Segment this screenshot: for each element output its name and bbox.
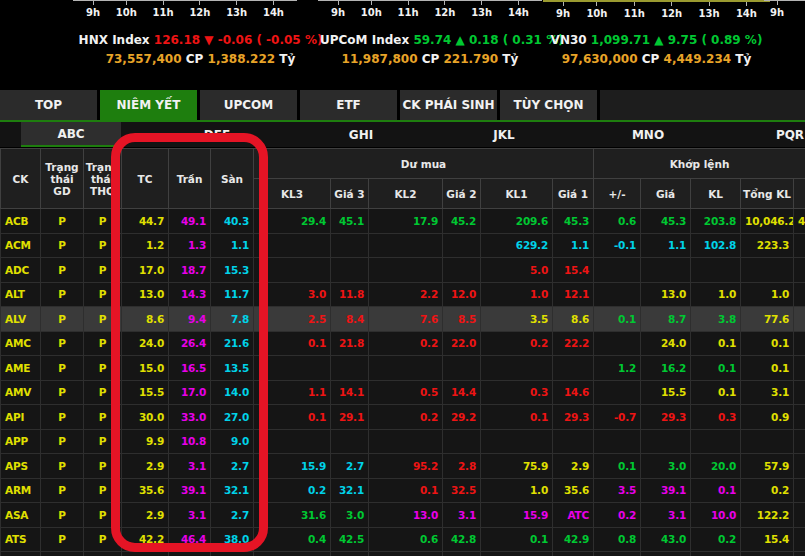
board-row-alt[interactable]: ALTPP13.014.311.73.011.82.212.01.012.113…: [1, 282, 805, 307]
cell-status-gd[interactable]: P: [41, 258, 84, 283]
cell-status-thq[interactable]: P: [84, 454, 122, 479]
cell-kl1[interactable]: 5.0: [481, 258, 553, 283]
cell-gia3[interactable]: [331, 258, 369, 283]
board-row-amc[interactable]: AMCPP24.026.421.60.121.80.222.00.222.224…: [1, 331, 805, 356]
cell-kl3[interactable]: 0.4: [254, 527, 331, 552]
cell-tc[interactable]: 42.2: [122, 527, 169, 552]
cell-kl3[interactable]: [254, 429, 331, 454]
cell-kl[interactable]: [691, 258, 741, 283]
board-row-asa[interactable]: ASAPP2.93.12.731.63.013.03.115.9ATC0.23.…: [1, 503, 805, 528]
cell-gia[interactable]: 8.7: [641, 307, 691, 332]
cell-kl[interactable]: 10.0: [691, 503, 741, 528]
cell-gia2[interactable]: 42.8: [443, 527, 481, 552]
cell-status-thq[interactable]: P: [84, 258, 122, 283]
cell-status-thq[interactable]: P: [84, 331, 122, 356]
cell-tran[interactable]: 1.3: [169, 233, 211, 258]
cell-kl2[interactable]: [369, 356, 443, 381]
cell-chg[interactable]: 0.8: [594, 527, 641, 552]
cell-tong-kl[interactable]: 57.9: [741, 454, 794, 479]
cell-tran[interactable]: 9.4: [169, 307, 211, 332]
cell-kl2[interactable]: [369, 429, 443, 454]
cell-next[interactable]: [794, 405, 805, 430]
cell-gia3[interactable]: 21.8: [331, 331, 369, 356]
cell-symbol[interactable]: ARM: [1, 478, 41, 503]
cell-kl1[interactable]: 0.1: [481, 527, 553, 552]
cell-gia2[interactable]: 45.2: [443, 209, 481, 234]
cell-symbol[interactable]: ATS: [1, 527, 41, 552]
cell-kl3[interactable]: 29.4: [254, 209, 331, 234]
cell-gia[interactable]: 29.3: [641, 405, 691, 430]
cell-next[interactable]: [794, 356, 805, 381]
cell-status-gd[interactable]: P: [41, 331, 84, 356]
cell-next[interactable]: [794, 380, 805, 405]
cell-chg[interactable]: [594, 429, 641, 454]
cell-tran[interactable]: 3.1: [169, 454, 211, 479]
cell-gia1[interactable]: [553, 429, 594, 454]
cell-chg[interactable]: [594, 282, 641, 307]
letter-tab-ghi[interactable]: GHI: [337, 122, 385, 147]
cell-gia1[interactable]: 45.3: [553, 209, 594, 234]
cell-gia[interactable]: 24.0: [641, 331, 691, 356]
cell-gia3[interactable]: 32.1: [331, 478, 369, 503]
cell-gia3[interactable]: [331, 233, 369, 258]
cell-chg[interactable]: 0.1: [594, 454, 641, 479]
cell-chg[interactable]: 0.6: [594, 209, 641, 234]
cell-kl1[interactable]: 75.9: [481, 454, 553, 479]
cell-kl3[interactable]: 0.1: [254, 405, 331, 430]
cell-kl[interactable]: 0.2: [691, 527, 741, 552]
cell-tong-kl[interactable]: 0.1: [741, 331, 794, 356]
cell-san[interactable]: 40.3: [211, 209, 254, 234]
board-row-api[interactable]: APIPP30.033.027.00.129.10.229.20.129.3-0…: [1, 405, 805, 430]
letter-tab-mno[interactable]: MNO: [620, 122, 676, 147]
cell-next[interactable]: [794, 478, 805, 503]
cell-chg[interactable]: 0.1: [594, 307, 641, 332]
cell-tran[interactable]: 26.4: [169, 331, 211, 356]
cell-gia3[interactable]: 14.1: [331, 380, 369, 405]
cell-gia[interactable]: 39.1: [641, 478, 691, 503]
cell-symbol[interactable]: AME: [1, 356, 41, 381]
cell-next[interactable]: [794, 331, 805, 356]
cell-tong-kl[interactable]: 10,046.2: [741, 209, 794, 234]
cell-kl1[interactable]: 3.5: [481, 307, 553, 332]
cell-status-gd[interactable]: P: [41, 429, 84, 454]
cell-tran[interactable]: 39.1: [169, 478, 211, 503]
cell-tran[interactable]: 17.0: [169, 380, 211, 405]
cell-gia[interactable]: 45.3: [641, 209, 691, 234]
cell-tong-kl[interactable]: 0.1: [741, 356, 794, 381]
cell-gia[interactable]: 3.1: [641, 503, 691, 528]
board-row-acb[interactable]: ACBPP44.749.140.329.445.117.945.2209.645…: [1, 209, 805, 234]
cell-kl[interactable]: 3.8: [691, 307, 741, 332]
board-row-aps[interactable]: APSPP2.93.12.715.92.795.22.875.92.90.13.…: [1, 454, 805, 479]
letter-tab-def[interactable]: DEF: [192, 122, 242, 147]
cell-status-gd[interactable]: P: [41, 527, 84, 552]
cell-tc[interactable]: 44.7: [122, 209, 169, 234]
cell-tc[interactable]: 2.9: [122, 503, 169, 528]
cell-gia3[interactable]: [331, 356, 369, 381]
cell-san[interactable]: 9.0: [211, 429, 254, 454]
cell-symbol[interactable]: AMC: [1, 331, 41, 356]
cell-tc[interactable]: 15.0: [122, 356, 169, 381]
cell-gia2[interactable]: 8.5: [443, 307, 481, 332]
cell-gia2[interactable]: [443, 429, 481, 454]
cell-gia3[interactable]: 29.1: [331, 405, 369, 430]
cell-gia1[interactable]: 42.9: [553, 527, 594, 552]
board-row-acm[interactable]: ACMPP1.21.31.1629.21.1-0.11.1102.8223.3: [1, 233, 805, 258]
cell-next[interactable]: 4,: [794, 209, 805, 234]
cell-status-gd[interactable]: P: [41, 307, 84, 332]
cell-next[interactable]: [794, 258, 805, 283]
cell-san[interactable]: 27.0: [211, 405, 254, 430]
cell-tong-kl[interactable]: 1.0: [741, 282, 794, 307]
cell-kl3[interactable]: [254, 258, 331, 283]
cell-gia[interactable]: 1.1: [641, 233, 691, 258]
cell-kl[interactable]: 0.3: [691, 405, 741, 430]
cell-san[interactable]: 1.1: [211, 233, 254, 258]
cell-tc[interactable]: 17.0: [122, 258, 169, 283]
cell-next[interactable]: [794, 307, 805, 332]
cell-symbol[interactable]: ASA: [1, 503, 41, 528]
cell-gia2[interactable]: [443, 233, 481, 258]
cell-kl[interactable]: 0.1: [691, 478, 741, 503]
cell-kl2[interactable]: 0.5: [369, 380, 443, 405]
cell-kl2[interactable]: 0.2: [369, 405, 443, 430]
cell-kl3[interactable]: 31.6: [254, 503, 331, 528]
cell-gia2[interactable]: 14.4: [443, 380, 481, 405]
